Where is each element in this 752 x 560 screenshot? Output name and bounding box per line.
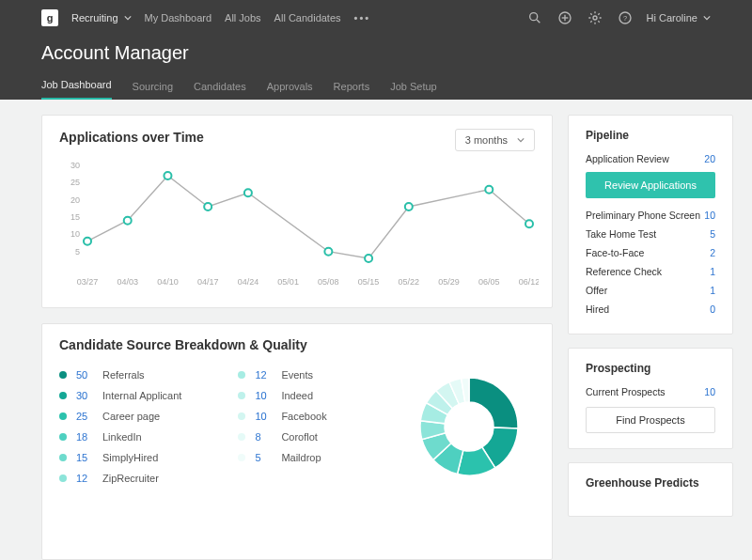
- pipeline-stage-label: Application Review: [586, 153, 669, 164]
- chart-card-header: Applications over Time 3 months: [59, 129, 535, 151]
- svg-text:04/10: 04/10: [157, 277, 179, 287]
- prospecting-title: Prospecting: [586, 362, 715, 375]
- source-item: 50Referrals: [59, 369, 181, 381]
- app-window: g Recruiting My Dashboard All Jobs All C…: [0, 0, 752, 560]
- svg-point-34: [485, 186, 493, 194]
- pipeline-stage-label: Offer: [586, 285, 607, 296]
- help-icon[interactable]: ?: [617, 9, 634, 26]
- source-count: 15: [76, 452, 93, 463]
- app-switcher[interactable]: Recruiting: [71, 12, 132, 23]
- tab-job-dashboard[interactable]: Job Dashboard: [41, 79, 112, 100]
- tab-job-setup[interactable]: Job Setup: [390, 81, 437, 100]
- svg-text:04/03: 04/03: [117, 277, 138, 287]
- nav-all-candidates[interactable]: All Candidates: [274, 12, 341, 23]
- source-label: Indeed: [281, 390, 313, 401]
- svg-line-1: [537, 20, 540, 23]
- source-breakdown-card: Candidate Source Breakdown & Quality 50R…: [41, 323, 553, 560]
- source-item: 18LinkedIn: [59, 431, 181, 443]
- page-title: Account Manager: [41, 42, 189, 64]
- prospecting-card: Prospecting Current Prospects 10 Find Pr…: [568, 348, 733, 449]
- source-count: 18: [76, 431, 93, 443]
- pipeline-stage-count: 1: [710, 285, 715, 296]
- predicts-title: Greenhouse Predicts: [586, 476, 715, 490]
- source-color-dot: [59, 454, 67, 461]
- pipeline-stage-count: 2: [710, 247, 715, 258]
- source-color-dot: [238, 454, 245, 461]
- chevron-down-icon: [517, 136, 525, 144]
- pipeline-title: Pipeline: [586, 129, 715, 142]
- app-name: Recruiting: [71, 12, 118, 23]
- tab-approvals[interactable]: Approvals: [267, 81, 313, 100]
- pipeline-stage: Hired0: [586, 300, 715, 319]
- source-count: 12: [76, 473, 93, 484]
- source-card-title: Candidate Source Breakdown & Quality: [59, 337, 535, 352]
- svg-text:20: 20: [70, 195, 80, 205]
- applications-line-chart: 5101520253003/2704/0304/1004/1704/2405/0…: [59, 151, 539, 292]
- title-row: Account Manager: [0, 36, 752, 70]
- svg-point-27: [124, 217, 132, 225]
- svg-point-31: [324, 248, 332, 256]
- nav-more[interactable]: •••: [354, 12, 371, 23]
- source-label: Maildrop: [281, 452, 321, 463]
- date-range-label: 3 months: [465, 134, 508, 146]
- source-count: 5: [255, 452, 272, 463]
- pipeline-stage-count: 5: [710, 228, 715, 240]
- app-logo[interactable]: g: [41, 9, 58, 26]
- source-item: 12ZipRecruiter: [59, 473, 181, 484]
- source-label: Facebook: [281, 411, 326, 422]
- svg-text:04/17: 04/17: [197, 277, 219, 287]
- chart-title: Applications over Time: [59, 130, 204, 145]
- find-prospects-button[interactable]: Find Prospects: [586, 407, 715, 433]
- search-icon[interactable]: [526, 9, 543, 26]
- source-item: 5Maildrop: [238, 452, 326, 463]
- source-item: 12Events: [238, 369, 326, 381]
- svg-point-32: [365, 255, 372, 262]
- svg-text:05/01: 05/01: [277, 277, 299, 287]
- source-label: Internal Applicant: [102, 390, 181, 401]
- tab-sourcing[interactable]: Sourcing: [133, 81, 173, 100]
- svg-text:05/29: 05/29: [438, 277, 460, 287]
- svg-text:06/05: 06/05: [478, 277, 500, 287]
- review-applications-button[interactable]: Review Applications: [586, 172, 715, 198]
- pipeline-stage: Face-to-Face2: [586, 243, 715, 262]
- source-label: LinkedIn: [102, 431, 142, 443]
- source-color-dot: [238, 371, 245, 379]
- body: Applications over Time 3 months 51015202…: [0, 100, 752, 560]
- gear-icon[interactable]: [587, 9, 603, 26]
- nav-my-dashboard[interactable]: My Dashboard: [145, 12, 212, 23]
- chevron-down-icon: [703, 14, 711, 22]
- source-count: 10: [255, 390, 272, 401]
- svg-point-26: [84, 238, 91, 245]
- source-count: 25: [76, 411, 93, 422]
- add-icon[interactable]: [556, 9, 573, 26]
- chevron-down-icon: [124, 14, 132, 22]
- current-prospects-label: Current Prospects: [586, 386, 666, 397]
- pipeline-stage: Reference Check1: [586, 262, 715, 281]
- pipeline-stage: Preliminary Phone Screen10: [586, 206, 715, 225]
- topbar-nav: g Recruiting My Dashboard All Jobs All C…: [0, 0, 752, 36]
- source-label: SimplyHired: [102, 452, 158, 463]
- svg-text:05/15: 05/15: [358, 277, 380, 287]
- svg-text:30: 30: [70, 161, 80, 170]
- source-donut-chart: [413, 370, 525, 483]
- source-item: 25Career page: [59, 411, 181, 422]
- pipeline-card: Pipeline Application Review20Review Appl…: [568, 115, 733, 334]
- date-range-select[interactable]: 3 months: [455, 129, 535, 151]
- tab-reports[interactable]: Reports: [334, 81, 370, 100]
- svg-text:05/08: 05/08: [318, 277, 339, 287]
- user-menu[interactable]: Hi Caroline: [647, 12, 711, 23]
- source-color-dot: [59, 433, 67, 441]
- tab-candidates[interactable]: Candidates: [194, 81, 246, 100]
- pipeline-stage-count: 0: [710, 303, 715, 315]
- source-count: 50: [76, 369, 93, 381]
- svg-point-35: [525, 220, 533, 227]
- svg-text:?: ?: [623, 14, 627, 23]
- source-color-dot: [59, 392, 67, 399]
- nav-all-jobs[interactable]: All Jobs: [225, 12, 261, 23]
- applications-chart-card: Applications over Time 3 months 51015202…: [41, 115, 553, 308]
- predicts-card: Greenhouse Predicts: [568, 462, 733, 517]
- svg-point-28: [164, 172, 171, 179]
- pipeline-stage-count: 1: [710, 266, 715, 277]
- svg-point-5: [593, 16, 597, 20]
- user-greeting: Hi Caroline: [647, 12, 697, 23]
